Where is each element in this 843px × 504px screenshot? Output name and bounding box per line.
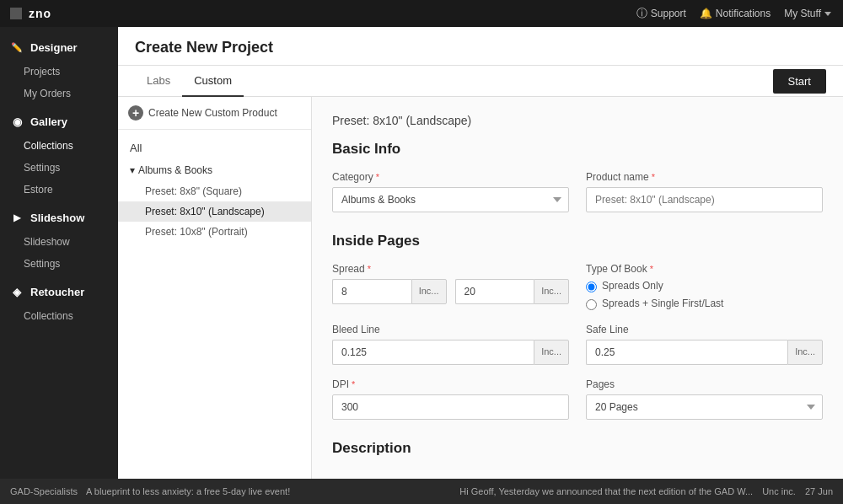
bleed-input: Inc... <box>332 340 569 365</box>
pages-select[interactable]: 20 Pages <box>586 394 823 420</box>
radio-spreads-only-label: Spreads Only <box>602 280 663 292</box>
bleed-safe-row: Bleed Line Inc... Safe Line I <box>332 324 823 365</box>
product-name-input[interactable] <box>586 187 823 212</box>
description-section: Description <box>332 440 823 457</box>
spread-input-2: Inc... <box>455 279 570 304</box>
tree-all[interactable]: All <box>118 137 311 159</box>
bleed-label: Bleed Line <box>332 324 569 335</box>
dpi-required: * <box>352 379 355 389</box>
sidebar-section-designer: Designer Projects My Orders <box>0 34 118 105</box>
inc-label: inc. <box>781 486 796 496</box>
dpi-input[interactable] <box>332 394 569 420</box>
pages-label: Pages <box>586 378 823 390</box>
spread-value-1[interactable] <box>332 279 411 304</box>
create-product-label: Create New Custom Product <box>148 107 277 119</box>
tree-item-2[interactable]: Preset: 10x8" (Portrait) <box>118 222 311 242</box>
gallery-icon <box>10 115 24 128</box>
unread-label: Unc <box>762 486 779 496</box>
create-product-button[interactable]: + Create New Custom Product <box>118 97 311 130</box>
tree-group-albums[interactable]: ▾ Albums & Books <box>118 159 311 181</box>
tab-labs[interactable]: Labs <box>135 66 182 97</box>
category-label: Category * <box>332 171 569 183</box>
type-of-book-label: Type Of Book * <box>586 263 823 275</box>
type-required: * <box>650 264 653 274</box>
sidebar-designer-label: Designer <box>30 41 78 54</box>
basic-info-row: Category * Albums & Books Product name <box>332 171 823 212</box>
support-label: Support <box>651 8 686 19</box>
notifications-link[interactable]: Notifications <box>700 8 771 19</box>
support-icon <box>636 6 647 21</box>
sidebar-retoucher-header[interactable]: Retoucher <box>0 278 118 305</box>
sidebar-section-retoucher: Retoucher Collections <box>0 278 118 327</box>
spread-label: Spread * <box>332 263 569 275</box>
sidebar-item-estore[interactable]: Estore <box>0 179 118 201</box>
dpi-label: DPI * <box>332 378 569 390</box>
support-link[interactable]: Support <box>636 6 686 21</box>
tree-group-label: Albums & Books <box>138 164 212 176</box>
spread-unit-1: Inc... <box>411 279 447 304</box>
logo-icon <box>10 8 22 19</box>
top-nav-left: zno <box>10 7 51 20</box>
sidebar-item-slideshow-sub[interactable]: Slideshow <box>0 231 118 253</box>
dpi-pages-row: DPI * Pages 20 Pages <box>332 378 823 420</box>
bottom-bar-left: GAD-Specialists A blueprint to less anxi… <box>10 486 290 496</box>
sidebar-item-collections-ret[interactable]: Collections <box>0 305 118 327</box>
sidebar-slideshow-header[interactable]: Slideshow <box>0 204 118 231</box>
sidebar-item-my-orders[interactable]: My Orders <box>0 83 118 105</box>
pages-group: Pages 20 Pages <box>586 378 823 420</box>
tab-custom[interactable]: Custom <box>182 66 244 97</box>
page-header: Create New Project <box>118 27 843 66</box>
category-select[interactable]: Albums & Books <box>332 187 569 212</box>
top-nav-right: Support Notifications My Stuff <box>636 6 833 21</box>
right-panel: Preset: 8x10" (Landscape) Basic Info Cat… <box>312 97 843 479</box>
spread-value-2[interactable] <box>455 279 534 304</box>
sidebar-item-settings[interactable]: Settings <box>0 157 118 179</box>
sidebar: Designer Projects My Orders Gallery Coll… <box>0 27 118 479</box>
radio-spreads-single[interactable]: Spreads + Single First/Last <box>586 298 823 310</box>
sidebar-section-slideshow: Slideshow Slideshow Settings <box>0 204 118 275</box>
safe-input: Inc... <box>586 340 823 365</box>
radio-spreads-only[interactable]: Spreads Only <box>586 280 823 292</box>
tree-item-0[interactable]: Preset: 8x8" (Square) <box>118 181 311 201</box>
spread-unit-2: Inc... <box>534 279 569 304</box>
tree-section: All ▾ Albums & Books Preset: 8x8" (Squar… <box>118 130 311 249</box>
spread-required: * <box>368 264 371 274</box>
sidebar-section-gallery: Gallery Collections Settings Estore <box>0 108 118 201</box>
category-required: * <box>376 172 379 182</box>
product-name-label: Product name * <box>586 171 823 183</box>
my-stuff-link[interactable]: My Stuff <box>784 8 833 19</box>
sidebar-gallery-header[interactable]: Gallery <box>0 108 118 135</box>
spread-type-row: Spread * Inc... <box>332 263 823 310</box>
dpi-group: DPI * <box>332 378 569 420</box>
spread-inputs: Inc... Inc... <box>332 279 569 304</box>
safe-label: Safe Line <box>586 324 823 335</box>
sidebar-designer-header[interactable]: Designer <box>0 34 118 61</box>
designer-icon <box>10 40 24 54</box>
safe-group: Safe Line Inc... <box>586 324 823 365</box>
chevron-down-small-icon: ▾ <box>130 164 135 176</box>
sidebar-retoucher-label: Retoucher <box>30 286 84 298</box>
sidebar-gallery-label: Gallery <box>30 115 67 128</box>
sidebar-item-projects[interactable]: Projects <box>0 61 118 83</box>
spread-input-1: Inc... <box>332 279 447 304</box>
sidebar-item-settings-slide[interactable]: Settings <box>0 253 118 275</box>
tree-item-1[interactable]: Preset: 8x10" (Landscape) <box>118 201 311 222</box>
product-name-group: Product name * <box>586 171 823 212</box>
tabs-bar: Labs Custom Start <box>118 66 843 97</box>
bottom-notification: Hi Geoff, Yesterday we announced that th… <box>459 486 833 496</box>
safe-value[interactable] <box>586 340 787 365</box>
inside-pages-section: Inside Pages Spread * <box>332 233 823 420</box>
my-stuff-label: My Stuff <box>784 8 821 19</box>
top-nav: zno Support Notifications My Stuff <box>0 0 843 27</box>
notification-text: Hi Geoff, Yesterday we announced that th… <box>459 486 753 496</box>
slideshow-icon <box>10 211 24 224</box>
bleed-unit: Inc... <box>534 340 569 365</box>
bleed-value[interactable] <box>332 340 534 365</box>
start-button[interactable]: Start <box>773 69 826 94</box>
main-content: Create New Project Labs Custom Start + C… <box>118 27 843 479</box>
radio-spreads-single-input[interactable] <box>586 299 597 310</box>
radio-spreads-only-input[interactable] <box>586 281 597 292</box>
content-area: + Create New Custom Product All ▾ Albums… <box>118 97 843 479</box>
bottom-bar: GAD-Specialists A blueprint to less anxi… <box>0 479 843 504</box>
sidebar-item-collections[interactable]: Collections <box>0 135 118 157</box>
